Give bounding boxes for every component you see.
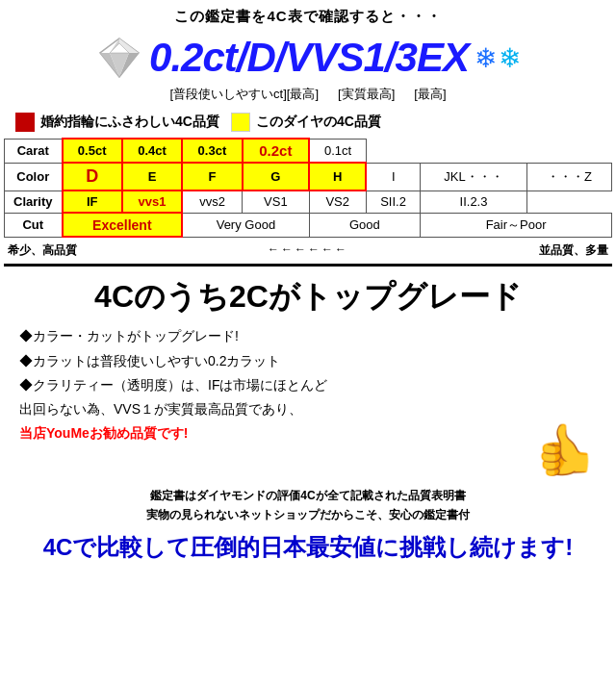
cut-cell-fair: Fair～Poor	[421, 213, 612, 237]
svg-marker-1	[119, 38, 139, 53]
color-cell-g: G	[243, 163, 310, 191]
small-note-section: 鑑定書はダイヤモンドの評価4Cが全て記載された品質表明書 実物の見られないネット…	[0, 483, 616, 525]
diamond-title-row: 0.2ct/D/VVS1/3EX ❄ ❄	[0, 30, 616, 86]
quality-footer: 希少、高品質 ←←←←←← 並品質、多量	[0, 240, 616, 262]
carat-cell-4: 0.2ct	[243, 139, 310, 163]
cut-cell-verygood: Very Good	[182, 213, 309, 237]
grade-table: Carat 0.5ct 0.4ct 0.3ct 0.2ct 0.1ct Colo…	[4, 138, 612, 238]
section-divider-1	[4, 264, 612, 267]
main-grade-text: 0.2ct/D/VVS1/3EX	[149, 38, 469, 78]
snowflake-icon-1: ❄	[475, 42, 497, 74]
legend-yellow-label: このダイヤの4C品質	[256, 114, 381, 131]
cut-cell-excellent: Excellent	[63, 213, 183, 237]
legend-red: 婚約指輪にふさわしい4C品質	[15, 113, 219, 132]
carat-label: Carat	[5, 139, 63, 163]
bottom-big-text: 4Cで比較して圧倒的日本最安値に挑戦し続けます!	[0, 526, 616, 572]
clarity-cell-sii: SII.2	[366, 191, 420, 213]
cut-label: Cut	[5, 213, 63, 237]
carat-cell-3: 0.3ct	[182, 139, 242, 163]
bullet-4: 出回らない為、VVS１が実質最高品質であり、	[19, 397, 597, 421]
legend-box-red	[15, 113, 35, 132]
quality-left: 希少、高品質	[8, 242, 77, 259]
bullet-1: ◆カラー・カットがトップグレード!	[19, 324, 597, 348]
snowflake-icon-2: ❄	[499, 42, 521, 74]
small-note-1: 鑑定書はダイヤモンドの評価4Cが全て記載された品質表明書	[10, 487, 606, 505]
legend-box-yellow	[231, 113, 250, 132]
svg-marker-2	[110, 38, 119, 53]
color-cell-h: H	[309, 163, 366, 191]
color-cell-z: ・・・Z	[526, 163, 611, 191]
legend-red-label: 婚約指輪にふさわしい4C品質	[40, 114, 219, 131]
bullet-3: ◆クラリティー（透明度）は、IFは市場にほとんど	[19, 373, 597, 397]
color-label: Color	[5, 163, 63, 191]
thumbs-up-icon: 👍	[534, 420, 597, 479]
color-cell-e: E	[122, 163, 182, 191]
carat-cell-5: 0.1ct	[309, 139, 366, 163]
subtitle-carat: [普段使いしやすいct][最高]	[169, 86, 319, 103]
clarity-cell-vs2: VS2	[309, 191, 366, 213]
color-row: Color D E F G H I JKL・・・ ・・・Z	[5, 163, 612, 191]
carat-row: Carat 0.5ct 0.4ct 0.3ct 0.2ct 0.1ct	[5, 139, 612, 163]
clarity-cell-vvs1: vvs1	[122, 191, 182, 213]
diamond-icon	[95, 34, 143, 82]
carat-cell-1: 0.5ct	[63, 139, 122, 163]
big-heading: 4Cのうち2Cがトップグレード	[0, 268, 616, 320]
subtitle-row: [普段使いしやすいct][最高] [実質最高] [最高]	[0, 86, 616, 109]
clarity-cell-vvs2: vvs2	[182, 191, 242, 213]
bullet-2: ◆カラットは普段使いしやすい0.2カラット	[19, 349, 597, 373]
quality-legend-row: 婚約指輪にふさわしい4C品質 このダイヤの4C品質	[0, 109, 616, 136]
carat-cell-2: 0.4ct	[122, 139, 182, 163]
quality-right: 並品質、多量	[539, 242, 608, 259]
color-cell-f: F	[182, 163, 242, 191]
small-note-2: 実物の見られないネットショップだからこそ、安心の鑑定書付	[10, 506, 606, 524]
legend-yellow: このダイヤの4C品質	[231, 113, 381, 132]
subtitle-clarity: [実質最高]	[338, 86, 395, 103]
clarity-row: Clarity IF vvs1 vvs2 VS1 VS2 SII.2 II.2.…	[5, 191, 612, 213]
subtitle-cut: [最高]	[414, 86, 446, 103]
clarity-label: Clarity	[5, 191, 63, 213]
top-header: この鑑定書を4C表で確認すると・・・	[0, 0, 616, 30]
cut-cell-good: Good	[309, 213, 421, 237]
quality-arrows: ←←←←←←	[268, 242, 348, 259]
snowflake-icons: ❄ ❄	[475, 42, 521, 74]
color-cell-jkl: JKL・・・	[421, 163, 527, 191]
clarity-cell-vs1: VS1	[243, 191, 310, 213]
cut-row: Cut Excellent Very Good Good Fair～Poor	[5, 213, 612, 237]
clarity-cell-if: IF	[63, 191, 122, 213]
color-cell-i: I	[366, 163, 420, 191]
clarity-cell-ii: II.2.3	[421, 191, 527, 213]
color-cell-d: D	[63, 163, 122, 191]
